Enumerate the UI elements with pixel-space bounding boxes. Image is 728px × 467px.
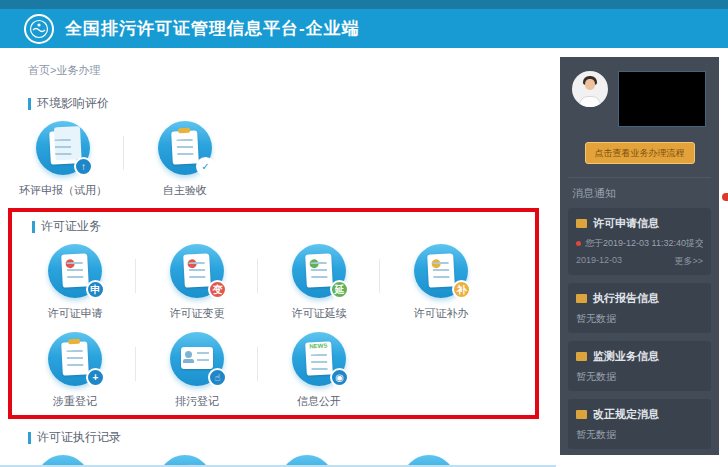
unread-dot-icon xyxy=(576,241,581,246)
notice-card-exec-report[interactable]: 执行报告信息 暂无数据 xyxy=(568,283,711,333)
profile-block xyxy=(560,57,719,127)
mail-icon xyxy=(576,352,587,361)
mail-icon xyxy=(576,410,587,419)
breadcrumb-current: 业务办理 xyxy=(56,64,100,76)
notice-cards: 许可申请信息 您于2019-12-03 11:32:40提交的申.. 2019-… xyxy=(560,208,719,449)
mail-icon xyxy=(576,219,587,228)
breadcrumb: 首页>业务办理 xyxy=(28,63,556,78)
upload-arrow-badge-icon: ↑ xyxy=(74,157,93,176)
notice-date: 2019-12-03 xyxy=(576,255,622,268)
app-item-discharge-reg[interactable]: ☝ 排污登记 xyxy=(136,323,258,411)
hand-badge-icon: ☝ xyxy=(208,368,227,387)
app-header: 全国排污许可证管理信息平台-企业端 xyxy=(0,9,728,48)
app-item-eia-declare[interactable]: ↑ 环评申报（试用） xyxy=(2,112,124,200)
notice-card-header: 改正规定消息 xyxy=(576,407,703,422)
app-item-info-disclosure[interactable]: NEWS ◉ 信息公开 xyxy=(258,323,380,411)
app-item-permit-apply[interactable]: 申 许可证申请 xyxy=(14,235,136,323)
more-link[interactable]: 更多>> xyxy=(674,255,703,268)
notice-card-permit-apply[interactable]: 许可申请信息 您于2019-12-03 11:32:40提交的申.. 2019-… xyxy=(568,208,711,275)
change-badge-icon: 变 xyxy=(208,280,227,299)
notice-card-correction[interactable]: 改正规定消息 暂无数据 xyxy=(568,399,711,449)
sidebar: 点击查看业务办理流程 消息通知 许可申请信息 您于2019-12-03 11:3… xyxy=(560,57,719,455)
apply-badge-icon: 申 xyxy=(86,280,105,299)
app-item-exec-report[interactable]: 执行 执行报告 xyxy=(124,446,246,467)
section-bar xyxy=(28,432,31,444)
app-item-ledger-records[interactable]: 台账记录 xyxy=(2,446,124,467)
notice-card-footer: 2019-12-03 更多>> xyxy=(576,255,703,268)
redacted-info-box xyxy=(618,71,706,127)
info-disclosure-icon: NEWS ◉ xyxy=(292,332,346,386)
discharge-reg-icon: ☝ xyxy=(170,332,224,386)
breadcrumb-home[interactable]: 首页 xyxy=(28,64,50,76)
highlight-red-box: 许可证业务 申 许可证申请 变 许可证变更 xyxy=(8,208,539,419)
grid-permit-row2: + 涉重登记 ☝ 排污登记 NEWS ◉ 信息公开 xyxy=(14,323,535,411)
notice-card-header: 执行报告信息 xyxy=(576,291,703,306)
reissue-badge-icon: 补 xyxy=(452,280,471,299)
app-item-monitor-records[interactable]: • • • 监测记录 xyxy=(246,446,368,467)
section-bar xyxy=(28,98,31,110)
app-item-permit-renew[interactable]: 延 许可证延续 xyxy=(258,235,380,323)
top-strip xyxy=(0,0,728,9)
view-process-flow-button[interactable]: 点击查看业务办理流程 xyxy=(585,142,695,164)
user-avatar[interactable] xyxy=(572,71,608,107)
page-root: 全国排污许可证管理信息平台-企业端 首页>业务办理 环境影响评价 ↑ 环评申报（… xyxy=(0,0,728,467)
sidebar-divider xyxy=(568,177,711,178)
mail-icon xyxy=(576,294,587,303)
ministry-emblem-icon xyxy=(24,14,54,44)
camera-badge-icon: ◉ xyxy=(330,368,349,387)
permit-reissue-icon: 补 xyxy=(414,244,468,298)
section-title-records: 许可证执行记录 xyxy=(28,429,556,446)
section-title-permit: 许可证业务 xyxy=(32,218,535,235)
renew-badge-icon: 延 xyxy=(330,280,349,299)
self-acceptance-icon: ✓ xyxy=(158,121,212,175)
edge-notification-dot-icon xyxy=(722,193,728,201)
grid-records: 台账记录 执行 执行报告 • • • 监测记录 ? xyxy=(2,446,556,467)
app-item-self-acceptance[interactable]: ✓ 自主验收 xyxy=(124,112,246,200)
section-title-text: 环境影响评价 xyxy=(37,95,109,112)
section-bar xyxy=(32,221,35,233)
app-item-heavy-metal-reg[interactable]: + 涉重登记 xyxy=(14,323,136,411)
check-badge-icon: ✓ xyxy=(196,157,215,176)
notice-card-monitor-business[interactable]: 监测业务信息 暂无数据 xyxy=(568,341,711,391)
section-title-text: 许可证业务 xyxy=(41,218,101,235)
section-env-impact: 环境影响评价 ↑ 环评申报（试用） ✓ 自主验收 xyxy=(0,95,556,200)
notice-card-header: 许可申请信息 xyxy=(576,216,703,231)
empty-state-text: 暂无数据 xyxy=(576,370,703,384)
notice-message[interactable]: 您于2019-12-03 11:32:40提交的申.. xyxy=(576,237,703,250)
grid-permit-row1: 申 许可证申请 变 许可证变更 延 许可证延续 xyxy=(14,235,535,323)
permit-apply-icon: 申 xyxy=(48,244,102,298)
notice-title: 消息通知 xyxy=(572,186,719,201)
section-exec-records: 许可证执行记录 台账记录 执行 执行报告 • • • xyxy=(0,429,556,467)
eia-declare-icon: ↑ xyxy=(36,121,90,175)
app-item-permit-reissue[interactable]: 补 许可证补办 xyxy=(380,235,502,323)
heavy-metal-reg-icon: + xyxy=(48,332,102,386)
app-item-correction-rules[interactable]: ? 改正规定 xyxy=(368,446,490,467)
plus-badge-icon: + xyxy=(86,368,105,387)
notice-card-header: 监测业务信息 xyxy=(576,349,703,364)
permit-renew-icon: 延 xyxy=(292,244,346,298)
empty-state-text: 暂无数据 xyxy=(576,428,703,442)
grid-env: ↑ 环评申报（试用） ✓ 自主验收 xyxy=(2,112,556,200)
empty-state-text: 暂无数据 xyxy=(576,312,703,326)
page-title: 全国排污许可证管理信息平台-企业端 xyxy=(65,17,360,40)
app-item-permit-change[interactable]: 变 许可证变更 xyxy=(136,235,258,323)
section-title-env: 环境影响评价 xyxy=(28,95,556,112)
permit-change-icon: 变 xyxy=(170,244,224,298)
main-content: 首页>业务办理 环境影响评价 ↑ 环评申报（试用） ✓ xyxy=(0,48,556,467)
section-title-text: 许可证执行记录 xyxy=(37,429,121,446)
